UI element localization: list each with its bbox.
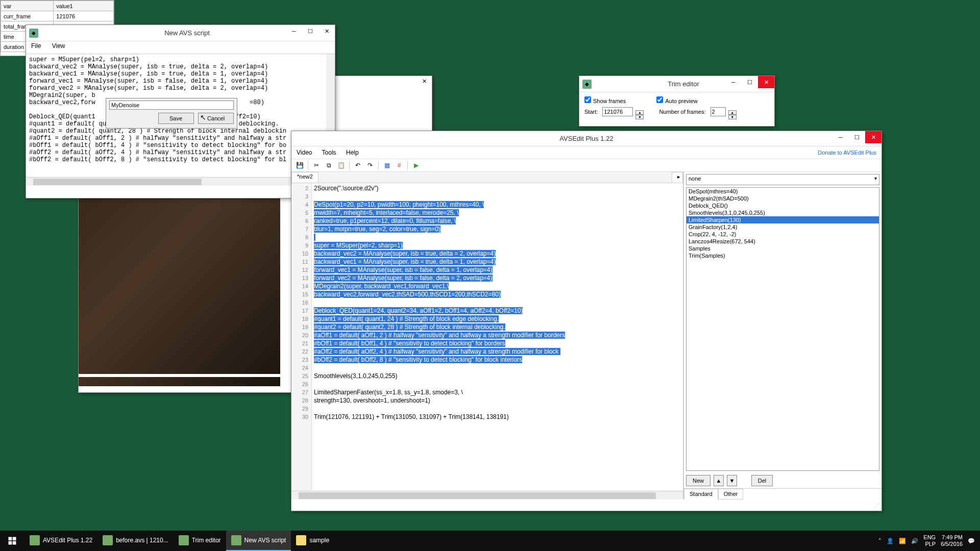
cancel-button[interactable]: Cancel <box>198 113 234 124</box>
preset-del-button[interactable]: Del <box>751 475 773 486</box>
toolbar: 💾 ✂ ⧉ 📋 ↶ ↷ ▦ # ▶ <box>291 159 881 172</box>
close-button[interactable]: ✕ <box>318 25 335 37</box>
vartable-key: curr_frame <box>1 11 54 21</box>
taskbar-item[interactable]: sample <box>291 531 334 551</box>
taskbar-item[interactable]: AVSEdit Plus 1.22 <box>24 531 97 551</box>
undo-icon[interactable]: ↶ <box>353 160 363 170</box>
menu-video[interactable]: Video <box>297 149 312 156</box>
start-input[interactable] <box>602 107 633 116</box>
tray-lang1[interactable]: ENG <box>923 534 936 541</box>
nframes-label: Number of frames: <box>659 109 705 115</box>
tray-notifications-icon[interactable]: 💬 <box>968 538 975 544</box>
taskbar-item-label: sample <box>309 537 329 544</box>
avsedit-title: AVSEdit Plus 1.22 <box>295 135 878 142</box>
show-frames-checkbox[interactable]: Show frames <box>584 96 626 104</box>
donate-link[interactable]: Donate to AVSEdit Plus <box>818 149 876 156</box>
scrollbar-thumb[interactable] <box>299 492 656 499</box>
vartable-header-var: var <box>1 1 54 11</box>
editor-tabs: *new2 ▸ <box>291 172 683 183</box>
tab-overflow-button[interactable]: ▸ <box>672 172 683 183</box>
tray-volume-icon[interactable]: 🔊 <box>911 538 918 544</box>
minimize-button[interactable]: ─ <box>832 131 849 143</box>
preview-close-button[interactable]: ✕ <box>420 78 429 87</box>
taskbar-item-label: Trim editor <box>192 537 221 544</box>
preset-new-button[interactable]: New <box>686 475 710 486</box>
preset-item[interactable]: LimitedSharpen(130) <box>687 216 879 223</box>
system-tray: ˄ 👤 📶 🔊 ENG PLP 7:49 PM 6/5/2016 💬 <box>873 534 980 547</box>
tab-new2[interactable]: *new2 <box>291 172 318 183</box>
start-spin-up[interactable]: ▲ <box>635 110 644 115</box>
nframes-input[interactable] <box>710 107 726 116</box>
menu-help[interactable]: Help <box>346 149 359 156</box>
tray-time[interactable]: 7:49 PM <box>942 534 963 541</box>
minimize-button[interactable]: ─ <box>286 25 302 37</box>
taskbar-item[interactable]: New AVS script <box>226 531 291 551</box>
scrollbar-thumb[interactable] <box>33 179 202 185</box>
close-button[interactable]: ✕ <box>758 76 774 88</box>
tray-lang2[interactable]: PLP <box>925 541 936 547</box>
preset-name-input[interactable] <box>109 101 234 110</box>
maximize-button[interactable]: ☐ <box>849 131 865 143</box>
horizontal-scrollbar[interactable] <box>26 177 335 186</box>
line-gutter: 2345678910111213141516171819202122232425… <box>291 183 312 491</box>
preset-item[interactable]: MDegrain2(thSAD=500) <box>687 195 879 202</box>
save-icon[interactable]: 💾 <box>295 160 305 170</box>
maximize-button[interactable]: ☐ <box>742 76 758 88</box>
trim-titlebar[interactable]: ◆ Trim editor ─ ☐ ✕ <box>579 76 774 92</box>
avsedit-main-window: AVSEdit Plus 1.22 ─ ☐ ✕ Video Tools Help… <box>291 131 882 511</box>
taskbar: AVSEdit Plus 1.22before.avs | 1210...Tri… <box>0 531 980 551</box>
save-button[interactable]: Save <box>158 113 194 124</box>
menu-view[interactable]: View <box>52 42 65 49</box>
grid-icon[interactable]: ▦ <box>382 160 392 170</box>
tray-date[interactable]: 6/5/2016 <box>941 541 963 547</box>
taskbar-item-label: New AVS script <box>244 537 286 544</box>
save-preset-dialog: Save Cancel <box>106 98 237 129</box>
preset-item[interactable]: Smoothlevels(3,1,0,245,0,255) <box>687 209 879 216</box>
paste-icon[interactable]: 📋 <box>336 160 346 170</box>
avs-script-titlebar[interactable]: ◆ New AVS script ─ ☐ ✕ <box>26 25 335 41</box>
code-editor[interactable]: 2345678910111213141516171819202122232425… <box>291 183 683 491</box>
taskbar-item[interactable]: before.avs | 1210... <box>97 531 174 551</box>
menu-file[interactable]: File <box>31 42 41 49</box>
copy-icon[interactable]: ⧉ <box>324 160 334 170</box>
hash-icon[interactable]: # <box>394 160 404 170</box>
maximize-button[interactable]: ☐ <box>302 25 318 37</box>
cut-icon[interactable]: ✂ <box>311 160 322 170</box>
nframes-spin-down[interactable]: ▼ <box>728 115 737 119</box>
preset-up-button[interactable]: ▲ <box>714 475 724 486</box>
preset-item[interactable]: Trim(Samples) <box>687 252 879 259</box>
preset-item[interactable]: DeSpot(mthres=40) <box>687 188 879 195</box>
tray-chevron-up-icon[interactable]: ˄ <box>878 538 881 544</box>
start-button[interactable] <box>0 531 24 551</box>
preset-item[interactable]: Lanczos4Resize(672, 544) <box>687 238 879 245</box>
svg-rect-1 <box>13 537 16 541</box>
rtab-other[interactable]: Other <box>718 489 744 499</box>
redo-icon[interactable]: ↷ <box>365 160 375 170</box>
play-icon[interactable]: ▶ <box>411 160 421 170</box>
preset-item[interactable]: Crop(22, 4, -12, -2) <box>687 231 879 238</box>
svg-rect-3 <box>13 541 16 545</box>
minimize-button[interactable]: ─ <box>725 76 742 88</box>
app-icon <box>103 535 113 545</box>
avsedit-titlebar[interactable]: AVSEdit Plus 1.22 ─ ☐ ✕ <box>291 131 881 146</box>
preset-category-dropdown[interactable]: none <box>686 174 879 185</box>
start-spin-down[interactable]: ▼ <box>635 115 644 119</box>
code-area[interactable]: 2Source(".\source.d2v") DeSpot(p1=20, p2… <box>312 183 683 491</box>
start-label: Start: <box>584 109 598 115</box>
editor-horizontal-scrollbar[interactable] <box>291 491 683 499</box>
preset-item[interactable]: Samples <box>687 245 879 252</box>
close-button[interactable]: ✕ <box>865 131 881 143</box>
nframes-spin-up[interactable]: ▲ <box>728 110 737 115</box>
taskbar-item[interactable]: Trim editor <box>174 531 226 551</box>
tray-people-icon[interactable]: 👤 <box>887 538 894 544</box>
resize-grip-icon[interactable]: ⋰ <box>874 503 880 509</box>
menu-tools[interactable]: Tools <box>322 149 336 156</box>
preset-down-button[interactable]: ▼ <box>727 475 737 486</box>
rtab-standard[interactable]: Standard <box>684 489 718 499</box>
auto-preview-checkbox[interactable]: Auto preview <box>656 96 698 104</box>
preset-item[interactable]: Deblock_QED() <box>687 202 879 209</box>
preset-list[interactable]: DeSpot(mthres=40)MDegrain2(thSAD=500)Deb… <box>686 187 879 471</box>
preset-item[interactable]: GrainFactory(1,2,4) <box>687 223 879 231</box>
tray-network-icon[interactable]: 📶 <box>899 538 906 544</box>
trim-editor-window: ◆ Trim editor ─ ☐ ✕ Show frames Auto pre… <box>579 76 775 127</box>
